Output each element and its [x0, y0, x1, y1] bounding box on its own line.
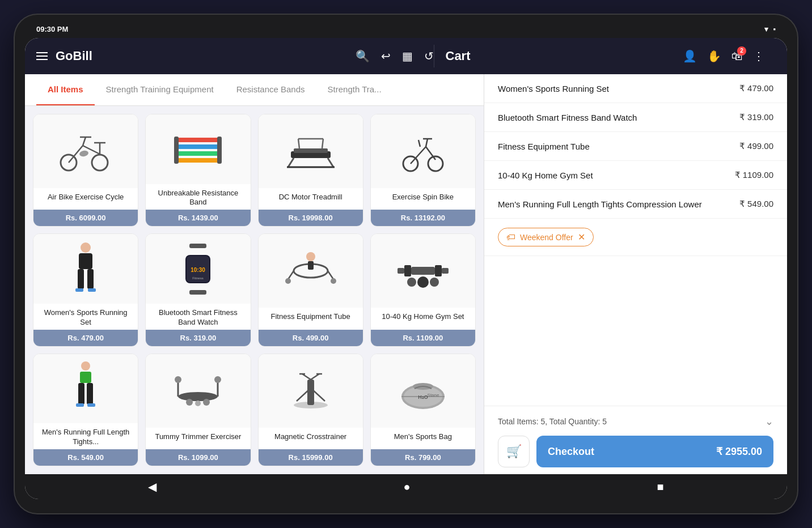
- svg-point-55: [407, 278, 416, 287]
- product-image-treadmill: [259, 114, 363, 188]
- svg-point-66: [175, 376, 181, 383]
- product-price-sports-bag: Rs. 799.00: [371, 449, 475, 466]
- product-card-resistance-band[interactable]: Unbreakable Resistance Band Rs. 1439.00: [145, 114, 251, 227]
- svg-point-47: [306, 252, 315, 261]
- product-card-air-bike[interactable]: Air Bike Exercise Cycle Rs. 6099.00: [33, 114, 138, 227]
- svg-text:Stane: Stane: [427, 393, 439, 398]
- svg-line-17: [288, 158, 294, 167]
- product-price-air-bike: Rs. 6099.00: [33, 210, 138, 226]
- cart-item-3[interactable]: 10-40 Kg Home Gym Set ₹ 1109.00: [484, 161, 787, 190]
- scan-alt-icon[interactable]: ↩: [381, 49, 391, 63]
- svg-point-46: [331, 278, 336, 284]
- svg-rect-12: [175, 158, 221, 163]
- status-icons: ▾ ▪: [764, 25, 776, 33]
- checkout-total: ₹ 2955.00: [716, 445, 762, 458]
- product-price-gym-set: Rs. 1109.00: [371, 330, 475, 346]
- product-card-spin-bike[interactable]: Exercise Spin Bike Rs. 13192.00: [370, 114, 476, 227]
- product-card-crosstrainer[interactable]: Magnetic Crosstrainer Rs. 15999.00: [258, 354, 363, 466]
- product-image-women-sports: [33, 234, 138, 304]
- tab-all-items[interactable]: All Items: [36, 74, 95, 106]
- product-card-tummy-trimmer[interactable]: Tummy Trimmer Exerciser Rs. 1099.00: [145, 354, 251, 466]
- tab-strength-tra[interactable]: Strength Tra...: [316, 74, 393, 106]
- hamburger-menu[interactable]: [36, 52, 48, 60]
- user-icon[interactable]: 👤: [683, 49, 697, 63]
- cart-item-0[interactable]: Women's Sports Running Set ₹ 479.00: [484, 74, 787, 103]
- product-price-spin-bike: Rs. 13192.00: [371, 210, 475, 226]
- checkout-button[interactable]: Checkout ₹ 2955.00: [536, 436, 773, 467]
- svg-rect-34: [75, 288, 83, 292]
- product-card-fitness-watch[interactable]: 10:30 Fitness Bluetooth Smart Fitness Ba…: [145, 233, 251, 346]
- cart-item-name-0: Women's Sports Running Set: [498, 84, 739, 93]
- product-name-crosstrainer: Magnetic Crosstrainer: [259, 428, 363, 444]
- svg-rect-10: [175, 144, 221, 149]
- recents-button[interactable]: ■: [634, 476, 686, 498]
- svg-point-54: [417, 276, 429, 288]
- brand-name: GoBill: [56, 49, 92, 63]
- svg-rect-14: [217, 137, 222, 164]
- svg-rect-50: [442, 268, 449, 274]
- search-icon[interactable]: 🔍: [356, 49, 370, 63]
- tab-resistance-bands[interactable]: Resistance Bands: [225, 74, 316, 106]
- svg-rect-32: [78, 269, 84, 289]
- product-name-spin-bike: Exercise Spin Bike: [371, 188, 475, 205]
- product-price-tummy-trimmer: Rs. 1099.00: [146, 449, 250, 466]
- more-options-icon[interactable]: ⋮: [753, 49, 764, 63]
- product-card-fitness-tube[interactable]: Fitness Equipment Tube Rs. 499.00: [258, 233, 363, 346]
- weekend-offer-tag[interactable]: 🏷 Weekend Offer ✕: [498, 228, 594, 246]
- trash-icon: 🛒: [506, 444, 522, 459]
- product-image-running-tights: [33, 354, 138, 424]
- top-bar-left: GoBill: [36, 49, 356, 63]
- product-card-sports-bag[interactable]: H₂O Stane Men's Sports Bag Rs. 799.00: [370, 354, 476, 466]
- tab-strength-training[interactable]: Strength Training Equipment: [95, 74, 225, 106]
- cart-item-name-3: 10-40 Kg Home Gym Set: [498, 171, 735, 180]
- offer-icon: 🏷: [506, 232, 515, 242]
- cart-icon-wrapper[interactable]: 🛍 2: [731, 50, 743, 63]
- top-bar: GoBill 🔍 ↩ ▦ ↺ Cart 👤 ✋ 🛍 2 ⋮: [25, 38, 787, 74]
- cart-expand-icon[interactable]: ⌄: [765, 415, 773, 428]
- product-price-crosstrainer: Rs. 15999.00: [259, 449, 363, 466]
- product-image-sports-bag: H₂O Stane: [371, 354, 475, 428]
- svg-point-63: [178, 392, 218, 401]
- product-name-women-sports: Women's Sports Running Set: [33, 304, 138, 330]
- svg-text:10:30: 10:30: [191, 267, 206, 273]
- product-name-fitness-tube: Fitness Equipment Tube: [259, 308, 363, 324]
- cart-items-list: Women's Sports Running Set ₹ 479.00 Blue…: [484, 74, 787, 406]
- product-name-resistance-band: Unbreakable Resistance Band: [146, 184, 250, 210]
- cart-header-icons: 👤 ✋ 🛍 2 ⋮: [683, 49, 764, 63]
- product-price-treadmill: Rs. 19998.00: [259, 210, 363, 226]
- weekend-offer-label: Weekend Offer: [520, 233, 573, 242]
- cart-item-price-3: ₹ 1109.00: [735, 170, 773, 180]
- refresh-icon[interactable]: ↺: [424, 49, 434, 63]
- svg-rect-31: [79, 253, 92, 269]
- product-card-treadmill[interactable]: DC Motor Treadmill Rs. 19998.00: [258, 114, 363, 227]
- cart-actions: 🛒 Checkout ₹ 2955.00: [498, 436, 773, 467]
- svg-line-21: [322, 139, 323, 148]
- product-image-resistance-band: [146, 114, 250, 184]
- product-card-running-tights[interactable]: Men's Running Full Length Tights... Rs. …: [33, 354, 138, 466]
- product-card-women-sports[interactable]: Women's Sports Running Set Rs. 479.00: [33, 233, 138, 346]
- product-name-gym-set: 10-40 Kg Home Gym Set: [371, 308, 475, 324]
- cart-summary-text: Total Items: 5, Total Quantity: 5: [498, 417, 607, 426]
- product-name-running-tights: Men's Running Full Length Tights...: [33, 423, 138, 449]
- cart-item-2[interactable]: Fitness Equipment Tube ₹ 499.00: [484, 132, 787, 161]
- cart-footer: Total Items: 5, Total Quantity: 5 ⌄ 🛒 Ch…: [484, 406, 787, 474]
- svg-point-30: [81, 242, 91, 253]
- product-card-gym-set[interactable]: 10-40 Kg Home Gym Set Rs. 1109.00: [370, 233, 476, 346]
- cart-item-1[interactable]: Bluetooth Smart Fitness Band Watch ₹ 319…: [484, 103, 787, 132]
- svg-rect-36: [189, 244, 206, 248]
- svg-line-44: [328, 271, 333, 279]
- cart-item-4[interactable]: Men's Running Full Length Tights Compres…: [484, 190, 787, 219]
- home-button[interactable]: ●: [380, 476, 433, 498]
- product-name-sports-bag: Men's Sports Bag: [371, 428, 475, 444]
- svg-rect-52: [435, 265, 442, 276]
- weekend-offer-section: 🏷 Weekend Offer ✕: [484, 219, 787, 256]
- remove-offer-icon[interactable]: ✕: [578, 232, 585, 242]
- cart-item-price-2: ₹ 499.00: [739, 141, 773, 151]
- hand-icon[interactable]: ✋: [707, 49, 721, 63]
- svg-point-68: [186, 399, 193, 406]
- back-button[interactable]: ◀: [125, 475, 179, 498]
- clear-cart-button[interactable]: 🛒: [498, 436, 530, 467]
- svg-rect-62: [87, 403, 95, 407]
- barcode-icon[interactable]: ▦: [402, 49, 413, 63]
- svg-line-29: [418, 140, 420, 147]
